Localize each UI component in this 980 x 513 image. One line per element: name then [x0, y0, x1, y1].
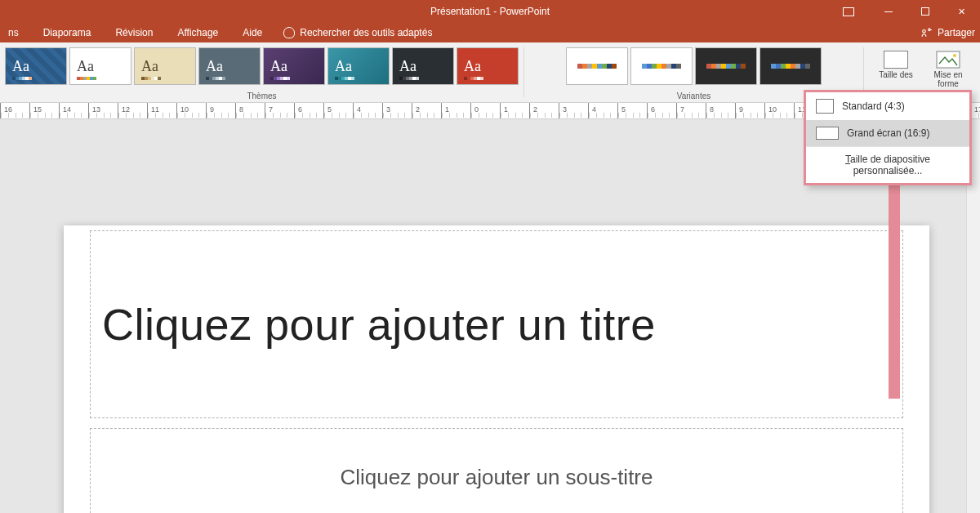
- annotation-arrow: [889, 178, 900, 399]
- theme-color-swatches: [335, 77, 354, 80]
- theme-color-swatches: [464, 77, 483, 80]
- variants-group-label: Variantes: [677, 91, 711, 100]
- share-button[interactable]: Partager: [921, 27, 975, 38]
- subtitle-placeholder[interactable]: Cliquez pour ajouter un sous-titre: [90, 428, 903, 513]
- svg-point-1: [929, 29, 930, 30]
- format-background-label: Mise en forme: [924, 70, 972, 88]
- format-background-icon: [936, 51, 960, 69]
- tab-affichage[interactable]: Affichage: [174, 27, 221, 38]
- subtitle-placeholder-text: Cliquez pour ajouter un sous-titre: [341, 465, 653, 490]
- themes-group: AaAaAaAaAaAaAaAa Thèmes: [0, 42, 523, 102]
- slide-size-menu: Standard (4:3) Grand écran (16:9) Taille…: [804, 90, 972, 185]
- ribbon-tabs: ns Diaporama Révision Affichage Aide Rec…: [0, 23, 980, 42]
- theme-sample-text: Aa: [206, 58, 223, 75]
- tab-diaporama[interactable]: Diaporama: [40, 27, 95, 38]
- variant-thumb[interactable]: [760, 47, 822, 85]
- slide-canvas[interactable]: Cliquez pour ajouter un titre Cliquez po…: [64, 225, 929, 513]
- slide-size-label: Taille des: [879, 70, 913, 79]
- tell-me-search[interactable]: Rechercher des outils adaptés: [283, 27, 432, 38]
- theme-sample-text: Aa: [77, 58, 94, 75]
- theme-thumb[interactable]: Aa: [5, 47, 67, 85]
- tab-revision[interactable]: Révision: [112, 27, 156, 38]
- tab-aide[interactable]: Aide: [239, 27, 265, 38]
- variant-thumb[interactable]: [566, 47, 628, 85]
- slide-size-button[interactable]: Taille des: [872, 47, 920, 88]
- title-placeholder[interactable]: Cliquez pour ajouter un titre: [90, 230, 903, 418]
- theme-sample-text: Aa: [464, 58, 481, 75]
- theme-color-swatches: [206, 77, 225, 80]
- lightbulb-icon: [283, 27, 295, 38]
- title-placeholder-text: Cliquez pour ajouter un titre: [91, 299, 656, 350]
- svg-rect-2: [937, 51, 960, 68]
- format-background-button[interactable]: Mise en forme: [924, 47, 972, 88]
- slide-size-standard[interactable]: Standard (4:3): [806, 92, 969, 120]
- slide-size-standard-label: Standard (4:3): [842, 100, 905, 112]
- share-icon: [921, 27, 933, 38]
- theme-color-swatches: [141, 77, 161, 80]
- theme-sample-text: Aa: [141, 58, 158, 75]
- window-title: Présentation1 - PowerPoint: [0, 6, 980, 17]
- slide-size-widescreen-label: Grand écran (16:9): [847, 127, 929, 139]
- theme-thumb[interactable]: Aa: [263, 47, 325, 85]
- aspect-43-icon: [816, 99, 834, 114]
- titlebar: Présentation1 - PowerPoint: [0, 0, 980, 23]
- theme-thumb[interactable]: Aa: [134, 47, 196, 85]
- variant-thumb[interactable]: [695, 47, 757, 85]
- variant-thumb[interactable]: [630, 47, 693, 85]
- theme-thumb[interactable]: Aa: [392, 47, 454, 85]
- theme-sample-text: Aa: [270, 58, 287, 75]
- theme-thumb[interactable]: Aa: [69, 47, 131, 85]
- theme-sample-text: Aa: [335, 58, 352, 75]
- svg-point-3: [953, 54, 956, 57]
- theme-color-swatches: [270, 77, 290, 80]
- custom-label-rest: aille de diapositive personnalisée...: [850, 154, 930, 176]
- slide-size-icon: [884, 51, 908, 69]
- aspect-169-icon: [816, 127, 839, 140]
- search-placeholder: Rechercher des outils adaptés: [300, 27, 432, 38]
- theme-thumb[interactable]: Aa: [327, 47, 390, 85]
- theme-thumb[interactable]: Aa: [457, 47, 519, 85]
- theme-sample-text: Aa: [12, 58, 29, 75]
- share-label: Partager: [938, 27, 975, 38]
- slide-size-widescreen[interactable]: Grand écran (16:9): [806, 120, 969, 146]
- tab-partial-ns[interactable]: ns: [5, 27, 22, 38]
- themes-group-label: Thèmes: [247, 91, 276, 100]
- themes-gallery[interactable]: AaAaAaAaAaAaAaAa: [3, 44, 520, 88]
- theme-color-swatches: [12, 77, 32, 80]
- theme-color-swatches: [399, 77, 419, 80]
- variants-gallery[interactable]: [564, 44, 823, 88]
- slide-size-custom[interactable]: Taille de diapositive personnalisée...: [806, 146, 969, 183]
- svg-point-0: [923, 30, 926, 33]
- theme-color-swatches: [77, 77, 96, 80]
- theme-sample-text: Aa: [399, 58, 416, 75]
- theme-thumb[interactable]: Aa: [198, 47, 261, 85]
